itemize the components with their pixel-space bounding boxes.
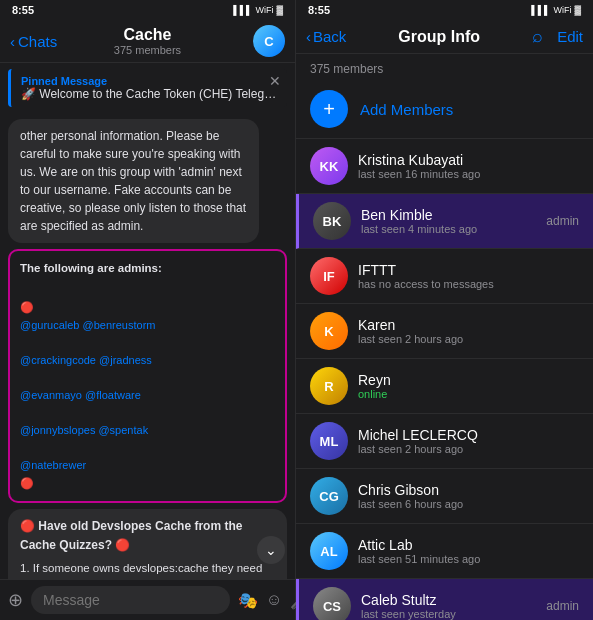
member-status: last seen 2 hours ago xyxy=(358,443,579,455)
left-nav-title-block: Cache 375 members xyxy=(114,26,181,56)
add-members-icon: + xyxy=(310,90,348,128)
pinned-message[interactable]: Pinned Message 🚀 Welcome to the Cache To… xyxy=(8,69,287,107)
member-info: IFTTT has no access to messages xyxy=(358,262,579,291)
member-info: Reyn online xyxy=(358,372,579,401)
right-status-icons: ▌▌▌ WiFi ▓ xyxy=(531,5,581,15)
list-item[interactable]: R Reyn online xyxy=(296,359,593,414)
avatar: BK xyxy=(313,202,351,240)
chats-back-label: Chats xyxy=(18,33,57,50)
left-status-bar: 8:55 ▌▌▌ WiFi ▓ xyxy=(0,0,295,20)
member-info: Karen last seen 2 hours ago xyxy=(358,317,579,346)
avatar: K xyxy=(310,312,348,350)
avatar: R xyxy=(310,367,348,405)
message-bubble-1: other personal information. Please be ca… xyxy=(8,119,259,243)
list-item[interactable]: ML Michel LECLERCQ last seen 2 hours ago xyxy=(296,414,593,469)
signal-icon: ▌▌▌ xyxy=(233,5,252,15)
edit-button[interactable]: Edit xyxy=(557,28,583,45)
member-info: Caleb Stultz last seen yesterday xyxy=(361,592,538,620)
member-name: Karen xyxy=(358,317,579,334)
member-status: last seen 6 hours ago xyxy=(358,498,579,510)
admins-list: 🔴 @gurucaleb @benreustorm @crackingcode … xyxy=(20,281,275,492)
message-admins-block: The following are admins: 🔴 @gurucaleb @… xyxy=(8,249,287,503)
admin-badge: admin xyxy=(546,214,579,228)
member-name: Ben Kimble xyxy=(361,207,538,224)
close-icon[interactable]: ✕ xyxy=(269,73,281,89)
plus-icon: + xyxy=(323,98,335,121)
chat-subtitle: 375 members xyxy=(114,44,181,56)
search-icon[interactable]: ⌕ xyxy=(532,26,543,47)
member-status: last seen 51 minutes ago xyxy=(358,553,579,565)
member-status: last seen 16 minutes ago xyxy=(358,168,579,180)
right-nav-bar: ‹ Back Group Info ⌕ Edit xyxy=(296,20,593,54)
battery-icon: ▓ xyxy=(574,5,581,15)
list-item[interactable]: CS Caleb Stultz last seen yesterday admi… xyxy=(296,579,593,620)
back-label: Back xyxy=(313,28,346,45)
list-item[interactable]: BK Ben Kimble last seen 4 minutes ago ad… xyxy=(296,194,593,249)
back-button[interactable]: ‹ Back xyxy=(306,28,346,45)
add-members-row[interactable]: + Add Members xyxy=(296,80,593,139)
avatar: CS xyxy=(313,587,351,620)
member-status: has no access to messages xyxy=(358,278,579,290)
member-name: Chris Gibson xyxy=(358,482,579,499)
member-status: last seen 2 hours ago xyxy=(358,333,579,345)
battery-icon: ▓ xyxy=(276,5,283,15)
member-status: last seen 4 minutes ago xyxy=(361,223,538,235)
pinned-text: 🚀 Welcome to the Cache Token (CHE) Teleg… xyxy=(21,87,277,101)
member-name: Attic Lab xyxy=(358,537,579,554)
left-time: 8:55 xyxy=(12,4,34,16)
list-item[interactable]: IF IFTTT has no access to messages xyxy=(296,249,593,304)
add-members-label: Add Members xyxy=(360,101,453,118)
admin-badge: admin xyxy=(546,599,579,613)
right-nav-actions: ⌕ Edit xyxy=(532,26,583,47)
avatar: KK xyxy=(310,147,348,185)
chevron-left-icon: ‹ xyxy=(10,33,15,50)
right-panel: 8:55 ▌▌▌ WiFi ▓ ‹ Back Group Info ⌕ Edit… xyxy=(296,0,593,620)
list-item[interactable]: CG Chris Gibson last seen 6 hours ago xyxy=(296,469,593,524)
member-list: + Add Members KK Kristina Kubayati last … xyxy=(296,80,593,620)
avatar[interactable]: C xyxy=(253,25,285,57)
message-devslopes-block: 🔴 Have old Devslopes Cache from the Cach… xyxy=(8,509,287,579)
list-item[interactable]: K Karen last seen 2 hours ago xyxy=(296,304,593,359)
member-status: online xyxy=(358,388,579,400)
left-status-icons: ▌▌▌ WiFi ▓ xyxy=(233,5,283,15)
pinned-label: Pinned Message xyxy=(21,75,277,87)
member-info: Chris Gibson last seen 6 hours ago xyxy=(358,482,579,511)
right-status-bar: 8:55 ▌▌▌ WiFi ▓ xyxy=(296,0,593,20)
left-nav-bar: ‹ Chats Cache 375 members C xyxy=(0,20,295,63)
member-name: Michel LECLERCQ xyxy=(358,427,579,444)
emoji-icon[interactable]: ☺ xyxy=(266,591,282,610)
attach-icon[interactable]: ⊕ xyxy=(8,589,23,611)
wifi-icon: WiFi xyxy=(553,5,571,15)
member-info: Attic Lab last seen 51 minutes ago xyxy=(358,537,579,566)
avatar: CG xyxy=(310,477,348,515)
devslopes-title: 🔴 Have old Devslopes Cache from the Cach… xyxy=(20,517,275,555)
list-item[interactable]: KK Kristina Kubayati last seen 16 minute… xyxy=(296,139,593,194)
member-name: IFTTT xyxy=(358,262,579,279)
member-name: Reyn xyxy=(358,372,579,389)
member-info: Kristina Kubayati last seen 16 minutes a… xyxy=(358,152,579,181)
member-name: Caleb Stultz xyxy=(361,592,538,609)
signal-icon: ▌▌▌ xyxy=(531,5,550,15)
chat-messages: other personal information. Please be ca… xyxy=(0,113,295,579)
member-status: last seen yesterday xyxy=(361,608,538,620)
scroll-down-button[interactable]: ⌄ xyxy=(257,536,285,564)
member-rows-container: KK Kristina Kubayati last seen 16 minute… xyxy=(296,139,593,620)
chat-title: Cache xyxy=(114,26,181,44)
member-info: Michel LECLERCQ last seen 2 hours ago xyxy=(358,427,579,456)
devslopes-steps: 1. If someone owns devslopes:cache they … xyxy=(20,559,275,579)
left-panel: 8:55 ▌▌▌ WiFi ▓ ‹ Chats Cache 375 member… xyxy=(0,0,296,620)
chevron-down-icon: ⌄ xyxy=(265,542,277,558)
members-count: 375 members xyxy=(296,54,593,80)
avatar: AL xyxy=(310,532,348,570)
chats-back-button[interactable]: ‹ Chats xyxy=(10,33,57,50)
list-item[interactable]: AL Attic Lab last seen 51 minutes ago xyxy=(296,524,593,579)
avatar: IF xyxy=(310,257,348,295)
group-info-title: Group Info xyxy=(398,28,480,46)
avatar: ML xyxy=(310,422,348,460)
sticker-icon[interactable]: 🎭 xyxy=(238,591,258,610)
admins-title: The following are admins: xyxy=(20,259,275,277)
chevron-left-icon: ‹ xyxy=(306,28,311,45)
message-input[interactable] xyxy=(31,586,230,614)
member-info: Ben Kimble last seen 4 minutes ago xyxy=(361,207,538,236)
right-time: 8:55 xyxy=(308,4,330,16)
